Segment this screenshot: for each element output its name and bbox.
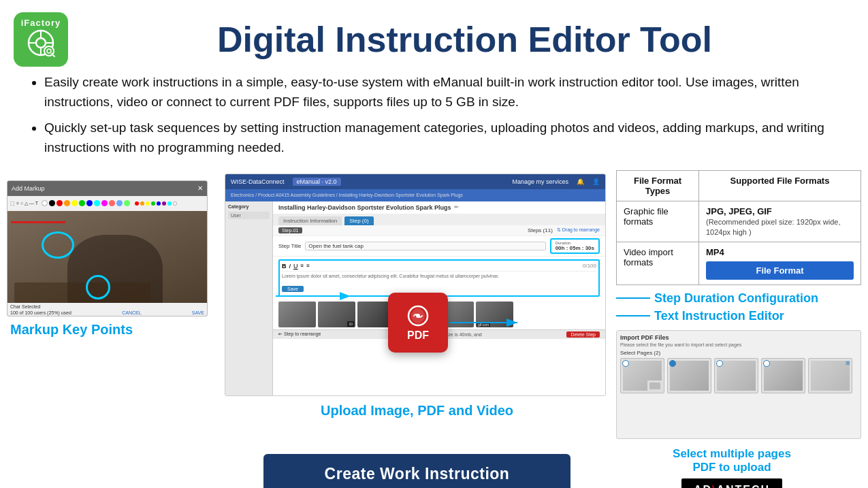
advantech-slash: \ bbox=[712, 484, 716, 488]
save-button[interactable]: Save bbox=[282, 286, 304, 292]
thumb-1[interactable] bbox=[278, 302, 316, 327]
pdf-page-2[interactable] bbox=[667, 358, 711, 393]
advantech-logo: AD\ANTECH bbox=[681, 478, 782, 488]
delete-step-btn[interactable]: Delete Step bbox=[566, 331, 600, 338]
markup-key-points-label: Markup Key Points bbox=[7, 322, 218, 338]
row2-type: Video import formats bbox=[617, 242, 699, 284]
bell-icon[interactable]: 🔔 bbox=[577, 178, 584, 185]
step-badge: Step-01 bbox=[278, 227, 302, 233]
drag-to-rearrange[interactable]: ⇅ Drag to rearrange bbox=[557, 227, 600, 233]
markup-toolbar: Add Markup ✕ bbox=[7, 181, 207, 196]
text-editor-callout: Text Instruction Editor bbox=[616, 309, 861, 323]
logo: iFactory bbox=[14, 12, 68, 67]
text-editor-box: B I U ≡ ≡ 0/100 Lorem ipsum dolor sit am… bbox=[278, 259, 600, 297]
svg-point-10 bbox=[416, 314, 420, 318]
manage-services[interactable]: Manage my services bbox=[512, 178, 568, 185]
step-row: Step-01 Steps (11) ⇅ Drag to rearrange bbox=[273, 225, 605, 236]
step-duration-callout: Step Duration Configuration bbox=[616, 291, 861, 306]
breadcrumb: Electronics / Product A0415 Assembly Gui… bbox=[225, 189, 605, 201]
emanual-badge: eManual · v2.0 bbox=[293, 178, 341, 186]
text-content: Lorem ipsum dolor sit amet, consectetur … bbox=[282, 272, 596, 281]
pdf-pages-panel: Import PDF Files Please select the file … bbox=[616, 330, 861, 439]
center-panel: WISE-DataConnect eManual · v2.0 Manage m… bbox=[225, 170, 609, 439]
markup-annotation-2 bbox=[86, 275, 110, 299]
jpg-formats: JPG, JPEG, GIF bbox=[706, 206, 772, 216]
editor-topbar: WISE-DataConnect eManual · v2.0 Manage m… bbox=[225, 174, 605, 189]
tab-instruction-info[interactable]: Instruction Information bbox=[278, 216, 342, 225]
bottom-center: Create Work Instruction bbox=[225, 454, 609, 488]
word-count: 0/100 bbox=[583, 263, 596, 270]
file-format-button[interactable]: File Format bbox=[706, 261, 854, 280]
col-formats: Supported File Formats bbox=[698, 170, 861, 201]
row1-type: Graphic file formats bbox=[617, 201, 699, 242]
editor-screenshot: WISE-DataConnect eManual · v2.0 Manage m… bbox=[225, 174, 606, 396]
mp4-format: MP4 bbox=[706, 247, 724, 257]
editor-tabs: Instruction Information Step (0) bbox=[273, 214, 605, 225]
svg-line-8 bbox=[52, 54, 54, 56]
user-icon[interactable]: 👤 bbox=[592, 178, 600, 185]
pdf-page-1[interactable] bbox=[620, 358, 664, 393]
select-multiple-label: Select multiple pages PDF to upload bbox=[673, 447, 791, 474]
pdf-icon: PDF bbox=[388, 293, 448, 353]
editor-app-name: WISE-DataConnect bbox=[231, 178, 285, 185]
breadcrumb-text: Electronics / Product A0415 Assembly Gui… bbox=[231, 193, 463, 197]
align-center-btn[interactable]: ≡ bbox=[306, 263, 310, 270]
select-pages-label: Select Pages (2) bbox=[620, 350, 857, 356]
bold-btn[interactable]: B bbox=[282, 263, 287, 270]
step-title-input[interactable]: Open the fuel tank cap bbox=[305, 242, 545, 250]
italic-btn[interactable]: I bbox=[289, 263, 291, 270]
text-toolbar: B I U ≡ ≡ 0/100 bbox=[282, 263, 596, 272]
svg-point-1 bbox=[36, 38, 46, 48]
edit-icon[interactable]: ✏ bbox=[454, 204, 459, 210]
user-item[interactable]: User bbox=[228, 212, 270, 219]
step-title-row: Step Title Open the fuel tank cap Durati… bbox=[273, 236, 605, 257]
logo-brand: iFactory bbox=[21, 18, 61, 28]
file-format-table: File Format Types Supported File Formats… bbox=[616, 170, 861, 285]
thumb-gif[interactable]: gif.com bbox=[476, 302, 513, 327]
page-title-bar: Installing Harley-Davidson Sportster Evo… bbox=[273, 201, 605, 214]
color-palette: ⬚ ⌗ ○ △ — T bbox=[7, 196, 207, 211]
row2-formats: MP4 File Format bbox=[698, 242, 861, 284]
row1-formats: JPG, JPEG, GIF (Recommended pixel size: … bbox=[698, 201, 861, 242]
text-instruction-label: Text Instruction Editor bbox=[654, 309, 784, 323]
pdf-icon-container: PDF bbox=[388, 293, 448, 353]
step-title-label: Step Title bbox=[278, 243, 301, 249]
step-info: ⇤ Step to rearrange bbox=[278, 331, 321, 337]
align-left-btn[interactable]: ≡ bbox=[301, 263, 304, 270]
sidebar: Category User bbox=[225, 201, 273, 395]
page-title: Digital Instruction Editor Tool bbox=[82, 19, 848, 60]
left-panel: Add Markup ✕ ⬚ ⌗ ○ △ — T bbox=[7, 170, 218, 439]
col-type: File Format Types bbox=[617, 170, 699, 201]
pdf-page-grid: ⊞ bbox=[620, 358, 857, 393]
bottom-section: Create Work Instruction Select multiple … bbox=[0, 439, 868, 488]
page-title-text: Installing Harley-Davidson Sportster Evo… bbox=[278, 204, 451, 211]
pdf-page-5[interactable]: ⊞ bbox=[808, 358, 852, 393]
markup-bottom-bar: Char Selected 100 of 100 users (25%) use… bbox=[7, 303, 207, 316]
step-duration-label: Step Duration Configuration bbox=[654, 291, 818, 306]
markup-annotation-1 bbox=[42, 231, 74, 259]
markup-image-area: Char Selected 100 of 100 users (25%) use… bbox=[7, 211, 207, 316]
upload-label: Upload Image, PDF and Video bbox=[225, 403, 606, 419]
bullet-1: Easily create work instructions in a sim… bbox=[44, 72, 848, 112]
underline-btn[interactable]: U bbox=[293, 263, 298, 270]
pdf-panel-title: Import PDF Files bbox=[620, 334, 857, 341]
pixel-note: (Recommended pixel size: 1920px wide, 10… bbox=[706, 218, 841, 236]
tab-step[interactable]: Step (0) bbox=[344, 216, 373, 225]
category-label: Category bbox=[228, 204, 270, 209]
logo-icon bbox=[26, 28, 56, 62]
markup-editor-screenshot: Add Markup ✕ ⬚ ⌗ ○ △ — T bbox=[7, 180, 208, 316]
header: iFactory Digital Instruction Editor Tool bbox=[0, 0, 868, 72]
pdf-panel-subtitle: Please select the file you want to impor… bbox=[620, 342, 857, 347]
pdf-page-3[interactable] bbox=[714, 358, 758, 393]
steps-count: Steps (11) bbox=[528, 227, 553, 233]
duration-box[interactable]: Duration 00h : 05m : 30s bbox=[550, 238, 600, 254]
pdf-page-4[interactable] bbox=[761, 358, 805, 393]
create-work-instruction-button[interactable]: Create Work Instruction bbox=[263, 454, 571, 488]
right-panel: File Format Types Supported File Formats… bbox=[616, 170, 861, 439]
markup-title: Add Markup bbox=[12, 185, 194, 192]
bottom-right: Select multiple pages PDF to upload AD\A… bbox=[609, 447, 854, 488]
thumb-2[interactable]: 10 bbox=[318, 302, 355, 327]
close-icon[interactable]: ✕ bbox=[197, 184, 203, 192]
bullet-section: Easily create work instructions in a sim… bbox=[0, 72, 868, 170]
bullet-2: Quickly set-up task sequences by setting… bbox=[44, 118, 848, 158]
